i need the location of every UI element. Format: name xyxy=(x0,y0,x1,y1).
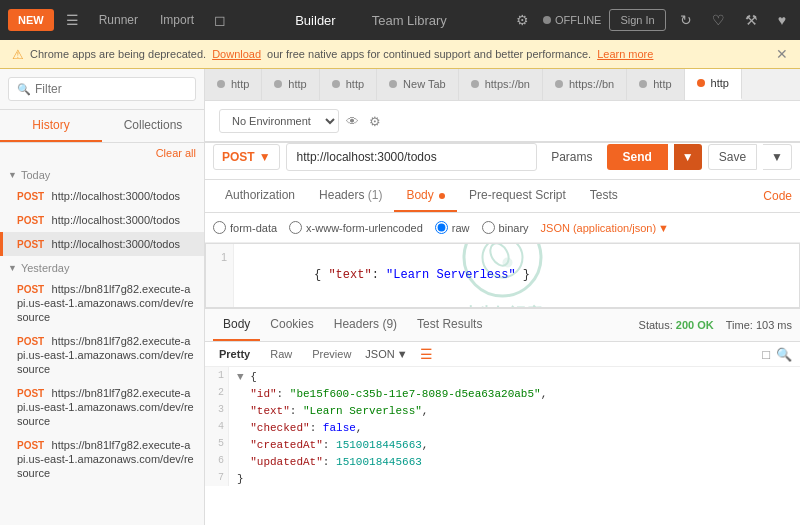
tab-item-active[interactable]: http xyxy=(685,69,742,100)
tab-item[interactable]: http xyxy=(262,69,319,100)
download-link[interactable]: Download xyxy=(212,48,261,60)
resp-tab-headers[interactable]: Headers (9) xyxy=(324,309,407,341)
search-input-wrap: 🔍 xyxy=(8,77,196,101)
list-item[interactable]: POST https://bn81lf7g82.execute-api.us-e… xyxy=(0,329,204,381)
runner-button[interactable]: Runner xyxy=(91,9,146,31)
sidebar-content: ▼ Today POST http://localhost:3000/todos… xyxy=(0,163,204,525)
send-button[interactable]: Send xyxy=(607,144,668,170)
resp-line-num: 5 xyxy=(205,435,228,452)
new-button[interactable]: NEW xyxy=(8,9,54,31)
list-item[interactable]: POST http://localhost:3000/todos xyxy=(0,208,204,232)
env-settings-button[interactable]: ⚙ xyxy=(366,111,384,132)
nav-builder[interactable]: Builder xyxy=(287,9,343,32)
send-dropdown-button[interactable]: ▼ xyxy=(674,144,702,170)
response-tabs: Body Cookies Headers (9) Test Results St… xyxy=(205,309,800,342)
list-item[interactable]: POST https://bn81lf7g82.execute-api.us-e… xyxy=(0,433,204,485)
tab-authorization[interactable]: Authorization xyxy=(213,180,307,212)
tab-item[interactable]: https://bn xyxy=(543,69,627,100)
resp-search-button[interactable]: 🔍 xyxy=(776,347,792,362)
list-item[interactable]: POST http://localhost:3000/todos xyxy=(0,232,204,256)
method-label: POST xyxy=(17,336,44,347)
save-button[interactable]: Save xyxy=(708,144,757,170)
new-window-button[interactable]: ◻ xyxy=(208,8,232,32)
resp-line-num: 6 xyxy=(205,452,228,469)
code-link[interactable]: Code xyxy=(763,189,792,203)
tab-pre-request[interactable]: Pre-request Script xyxy=(457,180,578,212)
radar-icon-button[interactable]: ⚙ xyxy=(510,8,535,32)
resp-fmt-raw[interactable]: Raw xyxy=(264,346,298,362)
warning-icon: ⚠ xyxy=(12,47,24,62)
tab-label: http xyxy=(653,78,671,90)
resp-json-label: JSON xyxy=(365,348,394,360)
toolbar-nav: Builder Team Library xyxy=(238,9,504,32)
bell-icon-button[interactable]: ♡ xyxy=(706,8,731,32)
tab-dot xyxy=(639,80,647,88)
clear-all-button[interactable]: Clear all xyxy=(156,147,196,159)
resp-tab-cookies[interactable]: Cookies xyxy=(260,309,323,341)
tab-item[interactable]: New Tab xyxy=(377,69,459,100)
sidebar: 🔍 History Collections Clear all ▼ Today … xyxy=(0,69,205,525)
settings-icon-button[interactable]: ⚒ xyxy=(739,8,764,32)
import-button[interactable]: Import xyxy=(152,9,202,31)
json-type-select[interactable]: JSON (application/json) ▼ xyxy=(541,222,669,234)
line-number: 1 xyxy=(206,248,233,266)
req-tab-right: Code xyxy=(763,189,792,203)
resp-toolbar: Pretty Raw Preview JSON ▼ ☰ □ 🔍 xyxy=(205,342,800,367)
tab-headers[interactable]: Headers (1) xyxy=(307,180,394,212)
method-label: POST xyxy=(17,239,44,250)
tab-dot xyxy=(332,80,340,88)
json-type-arrow: ▼ xyxy=(658,222,669,234)
list-item[interactable]: POST https://bn81lf7g82.execute-api.us-e… xyxy=(0,277,204,329)
sidebar-toggle-button[interactable]: ☰ xyxy=(60,8,85,32)
toolbar: NEW ☰ Runner Import ◻ Builder Team Libra… xyxy=(0,0,800,40)
tab-item[interactable]: http xyxy=(320,69,377,100)
editor-content[interactable]: { "text": "Learn Serverless" } xyxy=(234,244,799,307)
resp-tab-body[interactable]: Body xyxy=(213,309,260,341)
radio-binary[interactable]: binary xyxy=(482,221,529,234)
radio-urlencoded[interactable]: x-www-form-urlencoded xyxy=(289,221,423,234)
tab-history[interactable]: History xyxy=(0,110,102,142)
offline-status: OFFLINE xyxy=(543,14,601,26)
tab-label: http xyxy=(288,78,306,90)
offline-dot xyxy=(543,16,551,24)
list-item[interactable]: POST https://bn81lf7g82.execute-api.us-e… xyxy=(0,381,204,433)
resp-fmt-pretty[interactable]: Pretty xyxy=(213,346,256,362)
group-yesterday-label: Yesterday xyxy=(21,262,70,274)
tab-item[interactable]: http xyxy=(205,69,262,100)
key-text: "text" xyxy=(328,268,371,282)
resp-copy-button[interactable]: □ xyxy=(762,347,770,362)
list-item[interactable]: POST http://localhost:3000/todos xyxy=(0,184,204,208)
tab-item[interactable]: http xyxy=(627,69,684,100)
editor-line: { "text": "Learn Serverless" } xyxy=(242,248,791,302)
save-dropdown-button[interactable]: ▼ xyxy=(763,144,792,170)
method-select[interactable]: POST ▼ xyxy=(213,144,280,170)
radio-raw[interactable]: raw xyxy=(435,221,470,234)
resp-tab-test-results[interactable]: Test Results xyxy=(407,309,492,341)
params-button[interactable]: Params xyxy=(543,145,600,169)
resp-json-select[interactable]: JSON ▼ xyxy=(365,348,407,360)
resp-filter-icon[interactable]: ☰ xyxy=(420,346,433,362)
method-label: POST xyxy=(17,388,44,399)
sign-in-button[interactable]: Sign In xyxy=(609,9,665,31)
tab-dot xyxy=(389,80,397,88)
environment-select[interactable]: No Environment xyxy=(219,109,339,133)
resp-code-line: ▼ { xyxy=(237,369,792,386)
learn-more-link[interactable]: Learn more xyxy=(597,48,653,60)
heart-icon-button[interactable]: ♥ xyxy=(772,8,792,32)
url-input[interactable] xyxy=(286,143,538,171)
tab-collections[interactable]: Collections xyxy=(102,110,204,142)
resp-code-line: } xyxy=(237,471,792,488)
resp-code-line: "text": "Learn Serverless", xyxy=(237,403,792,420)
warning-close-button[interactable]: ✕ xyxy=(776,46,788,62)
nav-team-library[interactable]: Team Library xyxy=(364,9,455,32)
env-eye-button[interactable]: 👁 xyxy=(343,111,362,132)
search-input[interactable] xyxy=(35,82,187,96)
tab-tests[interactable]: Tests xyxy=(578,180,630,212)
radio-form-data[interactable]: form-data xyxy=(213,221,277,234)
sync-icon-button[interactable]: ↻ xyxy=(674,8,698,32)
group-yesterday: ▼ Yesterday xyxy=(0,256,204,277)
resp-fmt-preview[interactable]: Preview xyxy=(306,346,357,362)
method-label: POST xyxy=(17,191,44,202)
tab-body[interactable]: Body xyxy=(394,180,457,212)
tab-item[interactable]: https://bn xyxy=(459,69,543,100)
